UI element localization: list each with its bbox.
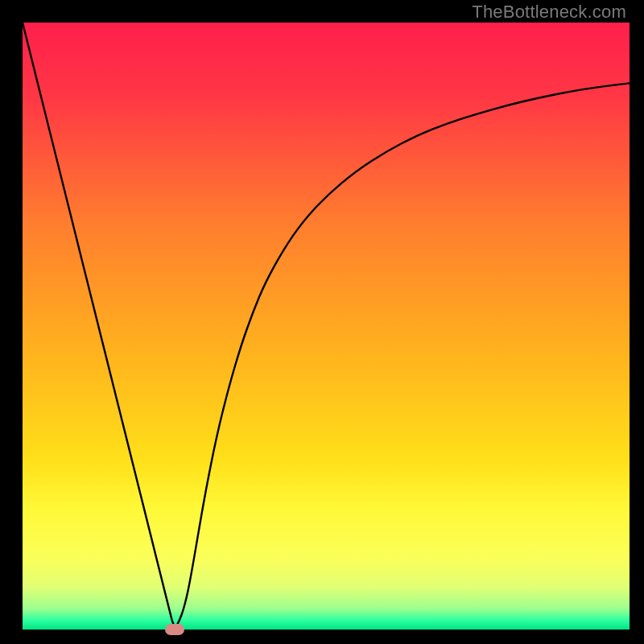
bottleneck-chart — [0, 0, 644, 644]
plot-background — [23, 23, 630, 630]
optimal-point-marker — [165, 624, 184, 635]
chart-frame: TheBottleneck.com — [0, 0, 644, 644]
watermark-text: TheBottleneck.com — [472, 2, 626, 23]
